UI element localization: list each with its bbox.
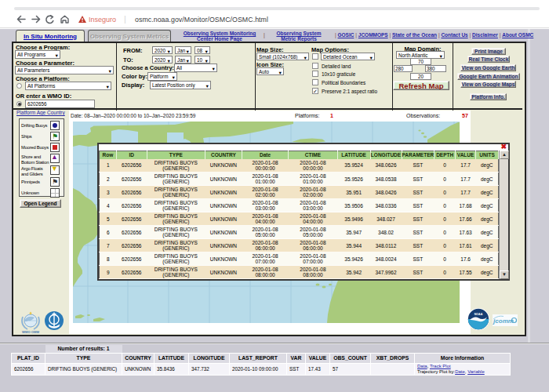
svg-text:NOAA: NOAA <box>474 313 483 316</box>
svg-text:jcomm: jcomm <box>493 318 514 325</box>
svg-text:WMO OMM: WMO OMM <box>22 330 40 334</box>
